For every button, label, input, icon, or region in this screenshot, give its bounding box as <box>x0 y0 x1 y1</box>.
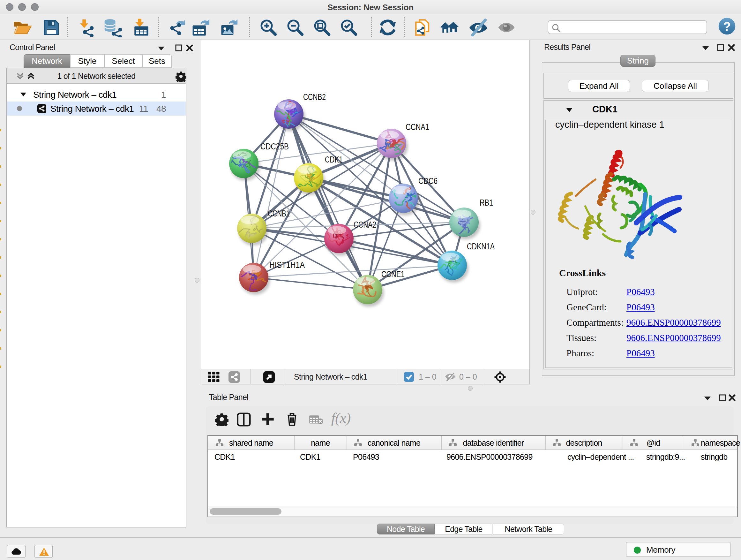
svg-text:CCNB2: CCNB2 <box>303 92 326 102</box>
svg-text:HIST1H1A: HIST1H1A <box>269 260 305 270</box>
svg-text:?: ? <box>723 19 731 33</box>
svg-text:CCNB1: CCNB1 <box>268 209 290 219</box>
svg-text:RB1: RB1 <box>480 198 493 207</box>
svg-text:CDKN1A: CDKN1A <box>467 242 495 251</box>
svg-text:CCNA1: CCNA1 <box>406 122 429 132</box>
svg-text:CDK1: CDK1 <box>325 155 343 165</box>
svg-text:CCNA2: CCNA2 <box>354 220 376 230</box>
svg-text:CDC25B: CDC25B <box>260 142 289 151</box>
svg-text:CCNE1: CCNE1 <box>381 269 405 279</box>
svg-text:CDC6: CDC6 <box>418 176 437 186</box>
